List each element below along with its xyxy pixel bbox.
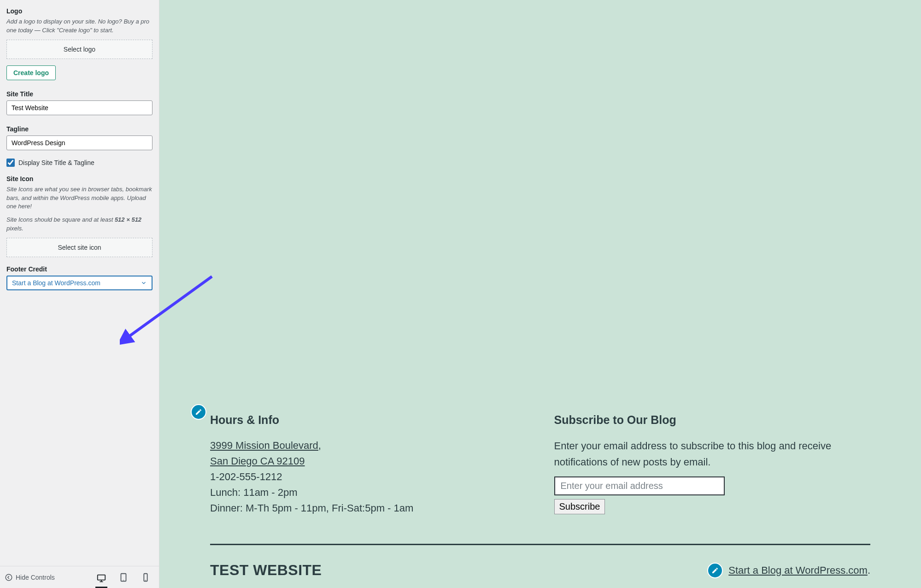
hours-info-title-text: Hours & Info <box>210 413 279 426</box>
address-line2[interactable]: San Diego CA 92109 <box>210 455 305 467</box>
hide-controls-button[interactable]: Hide Controls <box>5 573 91 582</box>
svg-point-3 <box>123 580 123 580</box>
phone-text: 1-202-555-1212 <box>210 469 527 485</box>
site-icon-desc2-post: pixels. <box>6 225 23 232</box>
device-preview-group <box>95 570 154 584</box>
logo-section-label: Logo <box>6 7 153 15</box>
footer-credit-suffix: . <box>868 564 870 576</box>
display-title-tagline-checkbox[interactable] <box>6 159 15 167</box>
mobile-icon <box>141 572 151 582</box>
select-logo-button[interactable]: Select logo <box>6 40 153 59</box>
site-icon-desc2-pre: Site Icons should be square and at least <box>6 216 115 223</box>
footer-credit-selected: Start a Blog at WordPress.com <box>12 279 141 287</box>
create-logo-button[interactable]: Create logo <box>6 65 56 80</box>
subscribe-desc: Enter your email address to subscribe to… <box>554 438 871 470</box>
svg-point-5 <box>145 580 146 580</box>
customizer-sidebar: Logo Add a logo to display on your site.… <box>0 0 159 588</box>
desktop-icon <box>96 573 106 583</box>
footer-divider <box>210 544 870 545</box>
site-icon-desc1: Site Icons are what you see in browser t… <box>6 185 153 212</box>
subscribe-email-input[interactable] <box>554 476 725 495</box>
site-title-input[interactable] <box>6 100 153 115</box>
device-tablet-button[interactable] <box>117 570 129 584</box>
address-line1[interactable]: 3999 Mission Boulevard, <box>210 440 321 451</box>
footer-credit-wrap: Start a Blog at WordPress.com. <box>707 563 870 578</box>
device-desktop-button[interactable] <box>95 571 107 588</box>
pencil-icon <box>195 408 202 416</box>
svg-point-0 <box>6 574 12 581</box>
site-footer-row: TEST WEBSITE Start a Blog at WordPress.c… <box>210 562 870 579</box>
select-site-icon-button[interactable]: Select site icon <box>6 238 153 257</box>
address-link[interactable]: 3999 Mission Boulevard, San Diego CA 921… <box>210 438 527 469</box>
logo-section-desc: Add a logo to display on your site. No l… <box>6 18 153 35</box>
lunch-hours-text: Lunch: 11am - 2pm <box>210 485 527 500</box>
footer-widgets-row: Hours & Info 3999 Mission Boulevard, San… <box>210 413 870 516</box>
footer-credit-label: Footer Credit <box>6 265 153 273</box>
collapse-left-icon <box>5 573 13 582</box>
sidebar-footer-bar: Hide Controls <box>0 566 159 588</box>
subscribe-button[interactable]: Subscribe <box>554 499 605 514</box>
preview-footer-area: Hours & Info 3999 Mission Boulevard, San… <box>159 413 921 588</box>
display-title-tagline-label: Display Site Title & Tagline <box>18 159 94 166</box>
tagline-input[interactable] <box>6 135 153 150</box>
hide-controls-label: Hide Controls <box>16 574 55 581</box>
subscribe-title: Subscribe to Our Blog <box>554 413 871 427</box>
site-icon-label: Site Icon <box>6 175 153 182</box>
edit-footer-credit-button[interactable] <box>707 563 723 578</box>
site-icon-desc2-bold: 512 × 512 <box>115 216 141 223</box>
site-title-label: Site Title <box>6 90 153 98</box>
dinner-hours-text: Dinner: M-Th 5pm - 11pm, Fri-Sat:5pm - 1… <box>210 500 527 516</box>
footer-credit-link[interactable]: Start a Blog at WordPress.com <box>728 564 868 576</box>
tagline-label: Tagline <box>6 125 153 133</box>
edit-widget-button[interactable] <box>191 404 206 420</box>
hours-info-widget: Hours & Info 3999 Mission Boulevard, San… <box>210 413 527 516</box>
site-icon-desc2: Site Icons should be square and at least… <box>6 216 153 233</box>
svg-rect-1 <box>98 575 106 580</box>
footer-site-title: TEST WEBSITE <box>210 562 322 579</box>
display-title-tagline-row: Display Site Title & Tagline <box>6 159 153 167</box>
device-mobile-button[interactable] <box>140 570 152 584</box>
site-preview: Hours & Info 3999 Mission Boulevard, San… <box>159 0 921 588</box>
pencil-icon <box>711 567 719 574</box>
tablet-icon <box>118 572 129 582</box>
chevron-down-icon <box>141 280 147 286</box>
hours-info-title: Hours & Info <box>210 413 527 427</box>
sidebar-scroll: Logo Add a logo to display on your site.… <box>0 0 159 566</box>
footer-credit-select[interactable]: Start a Blog at WordPress.com <box>6 276 153 290</box>
subscribe-widget: Subscribe to Our Blog Enter your email a… <box>554 413 871 516</box>
